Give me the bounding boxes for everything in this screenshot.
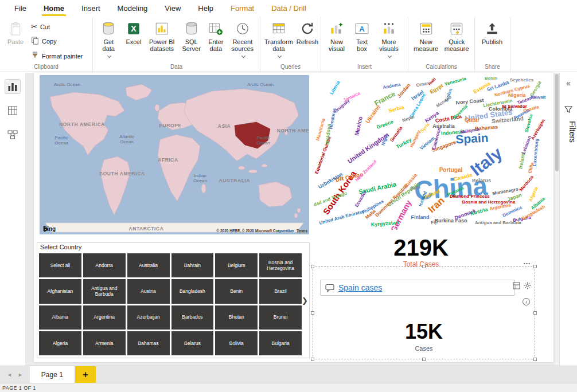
wordcloud-word[interactable]: Seychelles	[510, 77, 533, 83]
page-tab[interactable]: Page 1	[30, 366, 75, 383]
copy-button[interactable]: Copy	[29, 36, 85, 47]
slicer-button[interactable]: Bhutan	[215, 305, 258, 330]
report-view-button[interactable]	[5, 80, 20, 93]
wordcloud-word[interactable]: Kuwait	[531, 94, 545, 99]
wordcloud-word[interactable]: Nigeria	[508, 92, 526, 98]
wordcloud-word[interactable]: Benin	[485, 76, 497, 81]
new-measure-button[interactable]: New measure	[411, 19, 441, 54]
slicer-button[interactable]: Algeria	[39, 331, 81, 355]
wordcloud-word[interactable]: Oman	[416, 81, 430, 88]
ribbon-tab-file[interactable]: File	[6, 0, 35, 17]
slicer-button[interactable]: Bangladesh	[171, 279, 214, 303]
slicer-button[interactable]: Barbados	[171, 305, 214, 330]
slicer-button[interactable]: Bahrain	[171, 253, 214, 277]
slicer-button[interactable]: Antigua and Barbuda	[83, 279, 126, 303]
slicer-button[interactable]: Bosnia and Herzegovina	[259, 253, 302, 277]
turn-into-visual-icon[interactable]	[513, 282, 520, 289]
wordcloud-word[interactable]: El Salvador	[502, 104, 527, 109]
qa-question-text[interactable]: Spain cases	[338, 283, 382, 292]
enter-data-button[interactable]: Enter data	[205, 19, 227, 54]
filters-pane-label[interactable]: Filters	[564, 121, 577, 143]
wordcloud-word[interactable]: Monaco	[435, 95, 453, 109]
slicer-button[interactable]: Azerbaijan	[127, 305, 170, 330]
ribbon-tab-home[interactable]: Home	[35, 0, 73, 17]
wordcloud-word[interactable]: Ecuador	[354, 190, 368, 208]
transform-data-button[interactable]: Transform data	[263, 19, 294, 58]
resize-handle[interactable]	[311, 311, 314, 315]
sql-server-button[interactable]: SQL Server	[179, 19, 204, 54]
slicer-button[interactable]: Austria	[127, 279, 170, 303]
wordcloud-word[interactable]: New Zealand	[354, 159, 377, 183]
resize-handle[interactable]	[311, 265, 314, 268]
wordcloud-word[interactable]: Diamond Princess	[450, 193, 490, 198]
wordcloud-word[interactable]: Andorra	[383, 82, 401, 90]
ribbon-tab-format[interactable]: Format	[222, 0, 263, 17]
map-visual[interactable]: Arctic OceanArctic OceanNORTH AMERICAEUR…	[40, 75, 309, 234]
wordcloud-word[interactable]: Qatar	[465, 117, 479, 123]
wordcloud-word[interactable]: Ukraine	[364, 103, 381, 124]
resize-handle[interactable]	[422, 265, 426, 268]
slicer-button[interactable]: Bulgaria	[259, 331, 302, 355]
slicer-button[interactable]: Brunei	[259, 305, 302, 330]
publish-button[interactable]: Publish	[478, 19, 506, 46]
slicer-button[interactable]: Select all	[39, 253, 81, 277]
model-view-button[interactable]	[5, 128, 20, 142]
wordcloud-word[interactable]: Portugal	[439, 166, 463, 173]
slicer-button[interactable]: Benin	[215, 279, 258, 303]
scrollbar-thumb[interactable]	[555, 74, 559, 171]
slicer-button[interactable]: Argentina	[83, 305, 126, 330]
wordcloud-word[interactable]: Greece	[376, 119, 394, 130]
ribbon-tab-view[interactable]: View	[156, 0, 189, 17]
slicer-button[interactable]: Brazil	[259, 279, 302, 303]
resize-handle[interactable]	[311, 358, 314, 361]
wordcloud-word[interactable]: Venezuela	[444, 76, 467, 87]
vertical-scrollbar[interactable]	[555, 73, 559, 366]
wordcloud-word[interactable]: Burkina Faso	[434, 218, 467, 224]
resize-handle[interactable]	[533, 311, 537, 315]
data-view-button[interactable]	[5, 104, 20, 117]
wordcloud-visual[interactable]: ChinaItalySpainIranSouth KoreaGermanyUni…	[314, 75, 550, 230]
filter-funnel-icon[interactable]	[564, 106, 572, 115]
wordcloud-word[interactable]: Finland	[411, 214, 429, 220]
info-icon[interactable]: i	[523, 298, 530, 305]
add-page-button[interactable]: +	[75, 366, 96, 383]
slicer-button[interactable]: Andorra	[83, 253, 126, 277]
wordcloud-word[interactable]: Austria	[470, 206, 489, 217]
wordcloud-word[interactable]: Antigua and Barbuda	[475, 219, 521, 225]
wordcloud-word[interactable]: Slovakia	[524, 113, 533, 133]
wordcloud-word[interactable]: Jamaica	[342, 91, 361, 103]
page-back-icon[interactable]: ◄	[7, 372, 12, 378]
ribbon-tab-insert[interactable]: Insert	[73, 0, 109, 17]
visual-options-menu[interactable]: …	[523, 257, 531, 266]
text-box-button[interactable]: A Text box	[350, 19, 373, 54]
ribbon-tab-modeling[interactable]: Modeling	[109, 0, 157, 17]
new-visual-button[interactable]: New visual	[324, 19, 349, 54]
format-painter-button[interactable]: Format painter	[29, 50, 85, 62]
resize-handle[interactable]	[533, 265, 537, 268]
wordcloud-word[interactable]: Mexico	[353, 116, 364, 136]
wordcloud-word[interactable]: Nepal	[401, 114, 415, 123]
wordcloud-word[interactable]: Liberia	[329, 80, 341, 95]
slicer-button[interactable]: Belgium	[215, 253, 258, 277]
recent-sources-button[interactable]: Recent sources	[228, 19, 257, 58]
refresh-button[interactable]: Refresh	[295, 19, 320, 46]
slicer-button[interactable]: Belarus	[171, 331, 214, 355]
wordcloud-word[interactable]: Hungary	[409, 129, 422, 148]
wordcloud-word[interactable]: Luxembourg	[532, 138, 540, 166]
slicer-next-icon[interactable]: ❯	[302, 296, 308, 305]
bing-logo[interactable]: Bing	[43, 226, 56, 232]
slicer-button[interactable]: Bahamas	[127, 331, 170, 355]
page-forward-icon[interactable]: ►	[18, 372, 23, 378]
report-page[interactable]: Arctic OceanArctic OceanNORTH AMERICAEUR…	[34, 73, 553, 362]
country-slicer[interactable]: Select Country Select allAndorraAustrali…	[37, 242, 310, 358]
terms-link[interactable]: Terms	[297, 229, 307, 233]
wordcloud-word[interactable]: Azerbaijan	[530, 118, 546, 141]
slicer-button[interactable]: Australia	[127, 253, 170, 277]
gear-icon[interactable]	[524, 282, 531, 289]
wordcloud-word[interactable]: Belarus	[472, 178, 491, 183]
quick-measure-button[interactable]: Quick measure	[442, 19, 472, 54]
slicer-button[interactable]: Bolivia	[215, 331, 258, 355]
power-bi-datasets-button[interactable]: Power BI datasets	[146, 19, 178, 54]
qa-question-input[interactable]: Spain cases	[320, 280, 515, 296]
more-visuals-button[interactable]: More visuals	[375, 19, 403, 58]
